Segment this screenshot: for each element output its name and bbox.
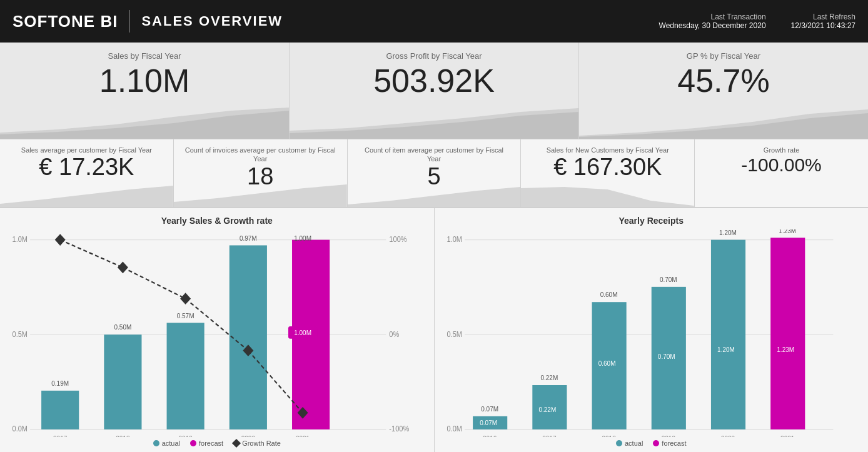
chart-sales-title: Yearly Sales & Growth rate	[10, 216, 424, 226]
last-transaction: Last Transaction Wednesday, 30 December …	[659, 13, 766, 30]
kpi-gross-profit-value: 503.92K	[302, 63, 566, 99]
svg-text:2017: 2017	[542, 434, 556, 437]
svg-text:2017: 2017	[53, 434, 67, 437]
svg-text:2020: 2020	[241, 434, 255, 437]
header: SOFTONE BI SALES OVERVIEW Last Transacti…	[0, 0, 868, 43]
kpi-new-customers-sparkline	[521, 182, 694, 207]
svg-text:0.57M: 0.57M	[177, 311, 194, 319]
svg-text:2021: 2021	[296, 434, 310, 437]
svg-text:0.07M: 0.07M	[481, 405, 498, 413]
svg-rect-19	[41, 391, 79, 429]
kpi-growth-rate-value: -100.00%	[705, 154, 858, 175]
kpi-items-sparkline	[348, 182, 521, 207]
kpi-gross-sparkline	[290, 104, 578, 139]
svg-marker-3	[290, 112, 578, 139]
legend-forecast-label: forecast	[199, 439, 223, 447]
last-refresh-label: Last Refresh	[791, 13, 855, 21]
svg-text:0.19M: 0.19M	[51, 379, 69, 388]
svg-text:0.5M: 0.5M	[13, 329, 28, 338]
svg-text:0.70M: 0.70M	[657, 352, 675, 360]
receipts-legend-forecast-label: forecast	[662, 439, 686, 447]
chart-sales-legend: actual forecast Growth Rate	[10, 439, 424, 447]
svg-text:2019: 2019	[178, 434, 192, 437]
svg-text:1.23M: 1.23M	[779, 229, 796, 234]
kpi-gp-percent-label: GP % by Fiscal Year	[592, 51, 855, 61]
kpi-sales-avg-customer-label: Sales average per customer by Fiscal Yea…	[10, 146, 163, 154]
legend-actual: actual	[153, 439, 180, 447]
svg-text:1.00M: 1.00M	[294, 234, 311, 242]
svg-text:0.5M: 0.5M	[447, 329, 462, 338]
kpi-invoices-avg-label: Count of invoices average per customer b…	[184, 146, 337, 164]
svg-rect-76	[770, 238, 805, 429]
kpi-row-2: Sales average per customer by Fiscal Yea…	[0, 139, 868, 208]
kpi-sales-fiscal: Sales by Fiscal Year 1.10M	[0, 43, 290, 139]
kpi-invoices-sparkline	[174, 182, 347, 207]
legend-actual-dot	[153, 440, 159, 446]
chart-receipts-legend: actual forecast	[445, 439, 859, 447]
page-title: SALES OVERVIEW	[141, 13, 283, 29]
last-transaction-label: Last Transaction	[659, 13, 766, 21]
svg-text:0.50M: 0.50M	[114, 323, 131, 331]
legend-growth-diamond	[232, 439, 241, 448]
chart-receipts-svg: 1.0M 0.5M 0.0M 0.07M 0.07M 2016 0.22M 0.…	[445, 229, 859, 437]
chart-sales-growth: Yearly Sales & Growth rate 1.0M 0.5M 0.0…	[0, 208, 435, 452]
kpi-row-1: Sales by Fiscal Year 1.10M Gross Profit …	[0, 43, 868, 139]
svg-text:0.60M: 0.60M	[598, 359, 615, 368]
svg-marker-9	[521, 187, 694, 207]
kpi-sales-fiscal-label: Sales by Fiscal Year	[13, 51, 276, 61]
receipts-legend-forecast: forecast	[653, 439, 686, 447]
svg-text:-100%: -100%	[389, 424, 409, 433]
svg-text:2016: 2016	[483, 434, 497, 437]
svg-text:0.22M: 0.22M	[538, 406, 556, 414]
svg-rect-42	[180, 293, 191, 304]
svg-text:2020: 2020	[720, 434, 734, 437]
legend-growth-label: Growth Rate	[242, 439, 281, 447]
svg-text:2021: 2021	[780, 434, 794, 437]
svg-line-36	[60, 240, 123, 268]
kpi-gp-percent: GP % by Fiscal Year 45.7%	[579, 43, 868, 139]
kpi-gp-sparkline	[579, 104, 868, 139]
svg-text:1.20M: 1.20M	[719, 229, 737, 236]
kpi-sales-sparkline	[0, 104, 289, 139]
svg-text:1.00M: 1.00M	[294, 329, 311, 337]
header-divider	[129, 10, 130, 33]
chart-receipts-area: 1.0M 0.5M 0.0M 0.07M 0.07M 2016 0.22M 0.…	[445, 229, 859, 437]
svg-text:100%: 100%	[389, 234, 406, 243]
svg-rect-25	[167, 323, 204, 429]
kpi-growth-rate: Growth rate -100.00%	[695, 139, 868, 207]
svg-text:1.20M: 1.20M	[717, 345, 735, 353]
legend-forecast: forecast	[190, 439, 223, 447]
charts-row: Yearly Sales & Growth rate 1.0M 0.5M 0.0…	[0, 208, 868, 452]
kpi-gross-profit-label: Gross Profit by Fiscal Year	[302, 51, 566, 61]
svg-rect-28	[230, 245, 267, 429]
svg-marker-6	[0, 186, 173, 207]
chart-receipts: Yearly Receipts 1.0M 0.5M 0.0M 0.07M 0.0…	[435, 208, 869, 452]
svg-text:2018: 2018	[116, 434, 129, 437]
last-refresh-value: 12/3/2021 10:43:27	[791, 21, 855, 30]
svg-text:0.70M: 0.70M	[659, 276, 677, 284]
header-meta: Last Transaction Wednesday, 30 December …	[659, 13, 855, 30]
svg-text:0.0M: 0.0M	[13, 424, 28, 433]
brand-name: SOFTONE BI	[13, 12, 118, 31]
svg-text:2019: 2019	[661, 434, 675, 437]
receipts-legend-forecast-dot	[653, 440, 659, 446]
svg-marker-7	[174, 184, 347, 207]
receipts-legend-actual-dot	[616, 440, 622, 446]
svg-rect-71	[710, 240, 745, 429]
receipts-legend-actual-label: actual	[625, 439, 643, 447]
kpi-gross-profit: Gross Profit by Fiscal Year 503.92K	[290, 43, 579, 139]
kpi-gp-percent-value: 45.7%	[592, 63, 855, 99]
svg-rect-40	[55, 234, 66, 246]
kpi-invoices-avg: Count of invoices average per customer b…	[174, 139, 348, 207]
kpi-items-avg-label: Count of item average per customer by Fi…	[358, 146, 511, 164]
kpi-items-avg: Count of item average per customer by Fi…	[348, 139, 522, 207]
kpi-new-customers-value: € 167.30K	[531, 154, 684, 181]
last-refresh: Last Refresh 12/3/2021 10:43:27	[791, 13, 855, 30]
svg-text:0.60M: 0.60M	[600, 291, 617, 299]
svg-text:1.23M: 1.23M	[777, 345, 794, 353]
svg-rect-41	[118, 261, 128, 273]
svg-text:0.97M: 0.97M	[240, 234, 257, 242]
receipts-legend-actual: actual	[616, 439, 643, 447]
kpi-new-customers: Sales for New Customers by Fiscal Year €…	[521, 139, 695, 207]
svg-text:0.0M: 0.0M	[447, 424, 462, 433]
